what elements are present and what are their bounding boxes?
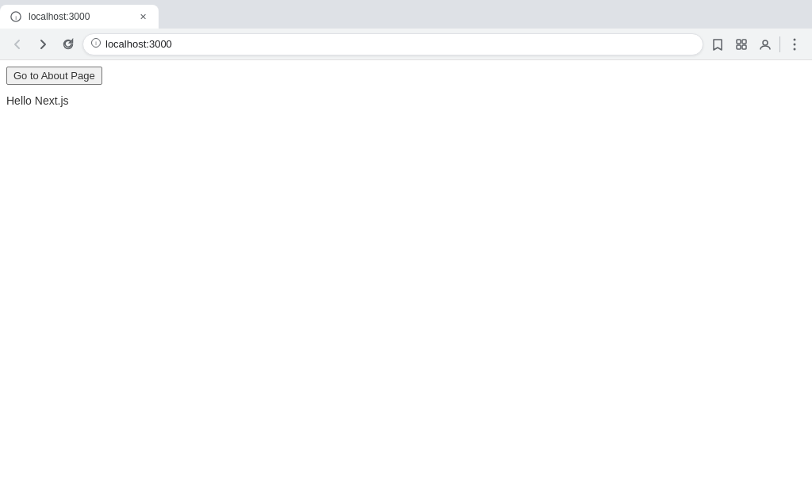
page-content: Go to About Page Hello Next.js bbox=[0, 60, 812, 504]
tab-close-button[interactable]: ✕ bbox=[136, 10, 149, 23]
svg-rect-7 bbox=[742, 45, 746, 49]
forward-button[interactable] bbox=[32, 33, 54, 55]
browser-window: i localhost:3000 ✕ bbox=[0, 0, 812, 504]
lock-icon: i bbox=[91, 38, 101, 50]
go-to-about-button[interactable]: Go to About Page bbox=[6, 67, 102, 85]
bookmark-button[interactable] bbox=[707, 33, 729, 55]
svg-point-10 bbox=[794, 43, 796, 45]
address-bar-row: i localhost:3000 bbox=[0, 29, 812, 60]
toolbar-actions bbox=[707, 33, 806, 55]
svg-point-11 bbox=[794, 48, 796, 50]
svg-rect-4 bbox=[737, 40, 741, 44]
extensions-button[interactable] bbox=[730, 33, 753, 55]
address-bar[interactable]: i localhost:3000 bbox=[82, 33, 703, 55]
toolbar-separator bbox=[779, 36, 780, 52]
address-text: localhost:3000 bbox=[105, 38, 695, 50]
svg-point-8 bbox=[763, 40, 768, 45]
more-options-button[interactable] bbox=[783, 33, 806, 55]
active-tab[interactable]: i localhost:3000 ✕ bbox=[0, 5, 159, 29]
svg-text:i: i bbox=[15, 14, 17, 21]
svg-text:i: i bbox=[95, 40, 97, 46]
tab-title: localhost:3000 bbox=[29, 11, 130, 22]
profile-button[interactable] bbox=[754, 33, 776, 55]
svg-rect-6 bbox=[737, 45, 741, 49]
back-button[interactable] bbox=[6, 33, 29, 55]
tab-favicon: i bbox=[10, 10, 22, 23]
svg-point-9 bbox=[794, 38, 796, 40]
page-heading: Hello Next.js bbox=[6, 94, 806, 107]
tab-bar: i localhost:3000 ✕ bbox=[0, 0, 812, 29]
svg-rect-5 bbox=[742, 40, 746, 44]
reload-button[interactable] bbox=[57, 33, 79, 55]
